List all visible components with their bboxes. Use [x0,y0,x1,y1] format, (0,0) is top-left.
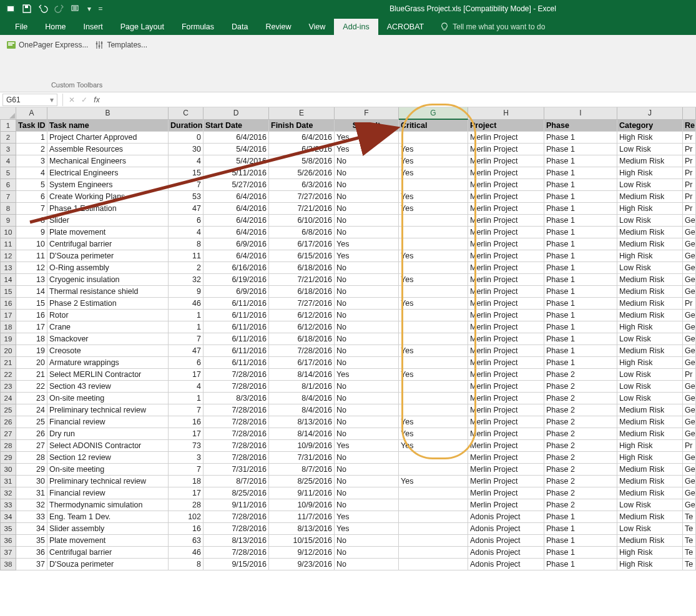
cell[interactable]: Phase 1 [544,298,617,310]
cell[interactable]: Merlin Project [468,487,544,499]
cell[interactable]: Yes [399,345,468,357]
cell[interactable]: Ge [683,321,696,333]
cell[interactable]: Merlin Project [468,440,544,452]
column-header-C[interactable]: C [169,107,203,120]
cell[interactable]: Yes [399,416,468,428]
cell[interactable]: Phase 1 [544,262,617,274]
cell[interactable]: Ge [683,238,696,250]
cell[interactable]: 10/9/2016 [269,499,335,511]
cell[interactable]: Phase 1 [544,523,617,535]
row-header-29[interactable]: 29 [0,452,16,464]
cell[interactable]: Phase 2 [544,369,617,381]
cell[interactable]: 5/8/2016 [269,155,335,167]
cell[interactable]: Pr [683,191,696,203]
chevron-down-icon[interactable]: ▾ [50,95,54,104]
cell[interactable] [399,523,468,535]
cell[interactable]: 63 [169,535,203,547]
qat-custom-icon[interactable] [69,2,82,16]
cell[interactable]: Phase 2 [544,476,617,487]
cell[interactable]: 6/4/2016 [203,215,269,227]
cell[interactable]: Yes [335,132,399,144]
row-header-36[interactable]: 36 [0,535,16,547]
cell[interactable]: Pr [683,132,696,144]
cell[interactable]: 102 [169,511,203,523]
column-header-D[interactable]: D [203,107,269,120]
cell[interactable]: No [335,298,399,310]
cell[interactable]: Yes [399,191,468,203]
cell[interactable]: 30 [169,144,203,155]
cell[interactable]: Low Risk [617,215,683,227]
cell[interactable]: High Risk [617,440,683,452]
cell[interactable]: Phase 2 [544,416,617,428]
cell[interactable]: Pr [683,167,696,179]
cell[interactable]: 37 [16,559,47,570]
cell[interactable]: 2 [169,262,203,274]
cell[interactable]: Low Risk [617,262,683,274]
cell[interactable]: 20 [16,357,47,369]
cell[interactable]: 25 [16,416,47,428]
cell[interactable]: Select MERLIN Contractor [47,369,169,381]
row-header-15[interactable]: 15 [0,286,16,298]
row-header-22[interactable]: 22 [0,369,16,381]
cell[interactable]: Te [683,511,696,523]
cell[interactable]: No [335,452,399,464]
cell[interactable]: 17 [16,321,47,333]
formula-input[interactable] [103,94,696,106]
cell[interactable]: 8/7/2016 [269,464,335,476]
cell[interactable]: Ge [683,215,696,227]
row-header-8[interactable]: 8 [0,203,16,215]
cell[interactable]: 7/28/2016 [203,369,269,381]
select-all-corner[interactable] [0,107,16,120]
cell[interactable]: Te [683,523,696,535]
cell[interactable]: 4 [169,381,203,393]
cell[interactable]: Phase 2 [544,440,617,452]
cell[interactable]: 6/3/2016 [269,179,335,191]
cell[interactable]: Phase 1 [544,274,617,286]
cell[interactable]: Phase 1 [544,357,617,369]
cell[interactable]: Yes [335,511,399,523]
cell[interactable]: Merlin Project [468,404,544,416]
column-header-G[interactable]: G [399,107,468,120]
cell[interactable] [399,487,468,499]
cell[interactable] [399,215,468,227]
cell[interactable]: Adonis Project [468,559,544,570]
cell[interactable]: 6/18/2016 [269,333,335,345]
cell[interactable]: Yes [335,523,399,535]
save-icon[interactable] [20,2,34,16]
cell[interactable]: 6/4/2016 [203,227,269,238]
cell[interactable]: 8/7/2016 [203,476,269,487]
fx-icon[interactable]: fx [91,95,103,104]
cell[interactable]: Merlin Project [468,476,544,487]
cell[interactable]: 8/14/2016 [269,369,335,381]
cell[interactable]: Merlin Project [468,203,544,215]
cell[interactable]: 9/11/2016 [203,499,269,511]
cell[interactable] [399,357,468,369]
cell[interactable]: Ge [683,310,696,321]
cell[interactable]: Merlin Project [468,333,544,345]
cell[interactable]: Thermal resistance shield [47,286,169,298]
cell[interactable]: Merlin Project [468,310,544,321]
cell[interactable]: Ge [683,499,696,511]
qat-dropdown-icon[interactable]: ▾ [85,2,94,16]
cell[interactable]: Ge [683,428,696,440]
cell[interactable]: Electrical Engineers [47,167,169,179]
cell[interactable]: 6/4/2016 [269,132,335,144]
cell[interactable]: 6/3/2016 [269,144,335,155]
cell[interactable]: No [335,487,399,499]
cell[interactable]: 6/11/2016 [203,345,269,357]
cell[interactable]: No [335,179,399,191]
tell-me-search[interactable]: Tell me what you want to do [433,19,552,35]
row-header-33[interactable]: 33 [0,499,16,511]
cell[interactable]: High Risk [617,132,683,144]
cell[interactable]: Slider [47,215,169,227]
cell[interactable]: 53 [169,191,203,203]
tab-page-layout[interactable]: Page Layout [112,19,173,35]
cell[interactable] [399,381,468,393]
cell[interactable]: Te [683,559,696,570]
cell[interactable]: Phase 1 [544,559,617,570]
cell[interactable]: Merlin Project [468,428,544,440]
row-header-9[interactable]: 9 [0,215,16,227]
cell[interactable]: Section 43 review [47,381,169,393]
cell[interactable]: Merlin Project [468,155,544,167]
cell[interactable]: Medium Risk [617,404,683,416]
